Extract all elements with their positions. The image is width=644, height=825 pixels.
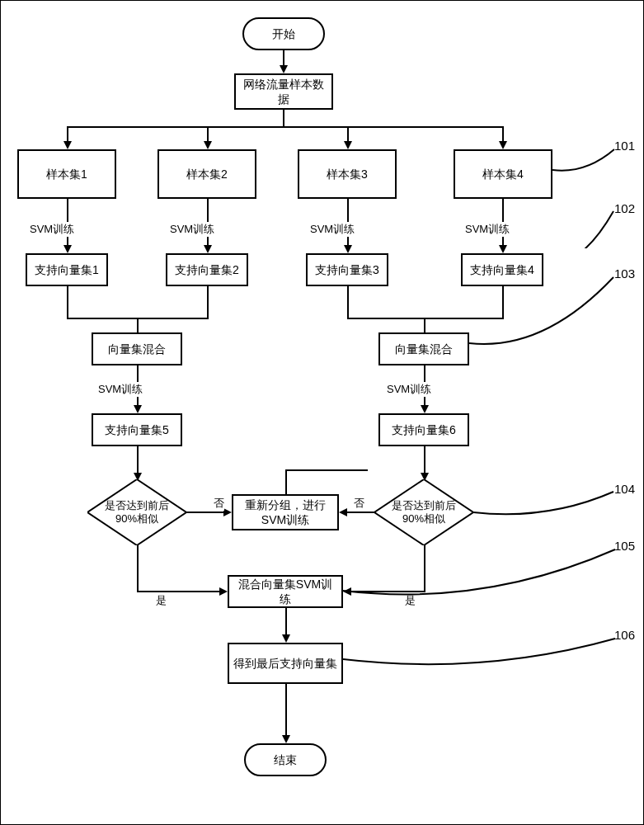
svm-train-label-2: SVM训练 [170,222,214,237]
ref-101: 101 [614,139,635,153]
end-node: 结束 [244,743,327,776]
no-label-right: 否 [354,496,364,511]
decision-left: 是否达到前后90%相似 [87,479,186,545]
svm-train-label-3: SVM训练 [310,222,355,237]
mix-svm-train-box: 混合向量集SVM训练 [228,575,343,608]
input-data-label: 网络流量样本数据 [239,77,328,106]
sv-set-1: 支持向量集1 [26,253,108,286]
ref-102: 102 [614,201,635,215]
input-data-box: 网络流量样本数据 [234,73,333,110]
svm-train-label-4: SVM训练 [465,222,510,237]
sv-set-6: 支持向量集6 [378,413,469,446]
sample-set-3: 样本集3 [298,149,397,199]
ref-103: 103 [614,266,635,280]
start-node: 开始 [242,17,325,50]
svm-train-label-5: SVM训练 [98,382,143,397]
start-label: 开始 [272,26,295,41]
final-sv-set-box: 得到最后支持向量集 [228,643,343,684]
end-label: 结束 [274,752,297,767]
sv-set-3: 支持向量集3 [306,253,388,286]
sample-set-2: 样本集2 [157,149,256,199]
flowchart-canvas: 开始 网络流量样本数据 样本集1 样本集2 样本集3 样本集4 SVM训练 SV… [0,0,644,825]
yes-label-left: 是 [156,593,167,608]
sv-set-2: 支持向量集2 [166,253,248,286]
svm-train-label-6: SVM训练 [387,382,431,397]
ref-106: 106 [614,628,635,642]
no-label-left: 否 [214,496,224,511]
sample-set-4: 样本集4 [454,149,552,199]
vector-mix-left: 向量集混合 [92,332,182,365]
ref-104: 104 [614,482,635,496]
svm-train-label-1: SVM训练 [30,222,74,237]
ref-105: 105 [614,539,635,553]
regroup-box: 重新分组，进行SVM训练 [232,494,339,530]
decision-right: 是否达到前后90%相似 [374,479,473,545]
sv-set-5: 支持向量集5 [92,413,182,446]
vector-mix-right: 向量集混合 [378,332,469,365]
sample-set-1: 样本集1 [17,149,116,199]
